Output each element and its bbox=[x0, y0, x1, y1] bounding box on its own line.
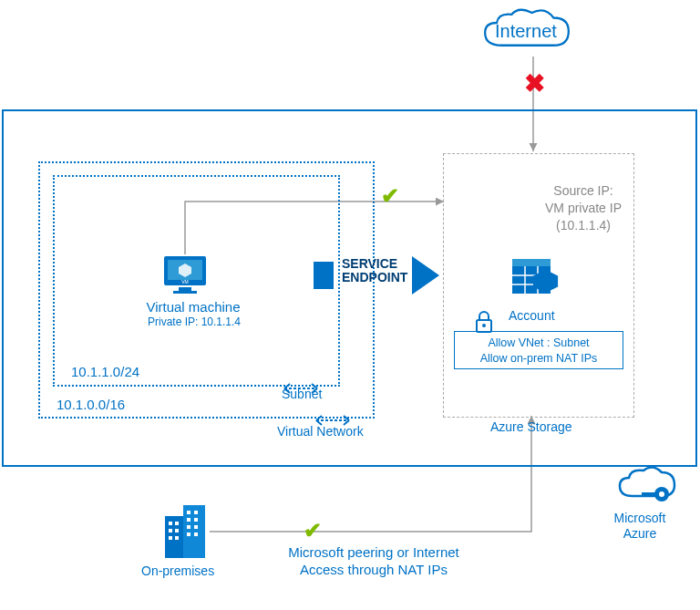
azure-storage-label: Azure Storage bbox=[490, 419, 572, 434]
svg-text:VM: VM bbox=[181, 279, 189, 284]
svg-rect-26 bbox=[175, 529, 179, 532]
peering-label: Microsoft peering or Internet Access thr… bbox=[255, 544, 492, 579]
onpremises-icon bbox=[161, 501, 211, 563]
vnet-cidr: 10.1.0.0/16 bbox=[57, 397, 125, 412]
svg-rect-25 bbox=[169, 529, 172, 532]
svg-rect-19 bbox=[642, 492, 662, 496]
check-icon: ✔ bbox=[381, 183, 399, 209]
allow-line1: Allow VNet : Subnet bbox=[488, 336, 589, 349]
svg-rect-10 bbox=[512, 259, 551, 266]
peering-line2: Access through NAT IPs bbox=[300, 562, 448, 577]
allow-line2: Allow on-prem NAT IPs bbox=[480, 352, 598, 365]
svg-rect-29 bbox=[187, 511, 190, 514]
onpremises-label: On-premises bbox=[141, 563, 214, 578]
azure-cloud-icon bbox=[614, 465, 678, 512]
account-label: Account bbox=[509, 308, 555, 323]
vm-icon: VM bbox=[162, 254, 208, 295]
svg-rect-36 bbox=[194, 532, 198, 536]
source-ip-annotation: Source IP: VM private IP (10.1.1.4) bbox=[545, 182, 622, 234]
azure-logo-label: Microsoft Azure bbox=[603, 511, 676, 542]
svg-rect-32 bbox=[194, 518, 198, 522]
subnet-cidr: 10.1.1.0/24 bbox=[71, 364, 139, 379]
svg-rect-23 bbox=[169, 522, 172, 525]
firewall-rules-box: Allow VNet : Subnet Allow on-prem NAT IP… bbox=[454, 331, 623, 369]
svg-rect-33 bbox=[187, 525, 190, 529]
storage-account-icon bbox=[507, 255, 571, 310]
blocked-icon: ✖ bbox=[524, 68, 545, 98]
svg-rect-27 bbox=[169, 536, 172, 540]
svg-rect-24 bbox=[175, 522, 179, 525]
check-icon: ✔ bbox=[304, 518, 322, 543]
vm-title: Virtual machine bbox=[139, 299, 248, 315]
svg-rect-30 bbox=[194, 511, 198, 514]
vnet-label: Virtual Network bbox=[277, 424, 364, 439]
subnet-label: Subnet bbox=[282, 387, 322, 401]
svg-rect-28 bbox=[175, 536, 179, 540]
azure-logo-line1: Microsoft bbox=[614, 511, 666, 525]
service-endpoint-label: SERVICE ENDPOINT bbox=[342, 257, 415, 285]
vm-private-ip: Private IP: 10.1.1.4 bbox=[144, 315, 244, 328]
azure-logo-line2: Azure bbox=[623, 526, 657, 541]
svg-rect-34 bbox=[194, 525, 198, 529]
source-ip-line2: VM private IP bbox=[545, 201, 622, 215]
svg-rect-35 bbox=[187, 532, 190, 536]
svg-point-20 bbox=[659, 491, 664, 497]
source-ip-line1: Source IP: bbox=[553, 183, 612, 198]
svg-rect-6 bbox=[173, 291, 197, 294]
svg-rect-8 bbox=[314, 262, 334, 289]
svg-rect-5 bbox=[179, 287, 191, 291]
internet-label: Internet bbox=[495, 21, 557, 42]
svg-point-17 bbox=[482, 324, 486, 327]
svg-rect-21 bbox=[165, 516, 183, 558]
peering-line1: Microsoft peering or Internet bbox=[288, 544, 459, 560]
source-ip-line3: (10.1.1.4) bbox=[556, 218, 611, 233]
svg-rect-31 bbox=[187, 518, 190, 522]
